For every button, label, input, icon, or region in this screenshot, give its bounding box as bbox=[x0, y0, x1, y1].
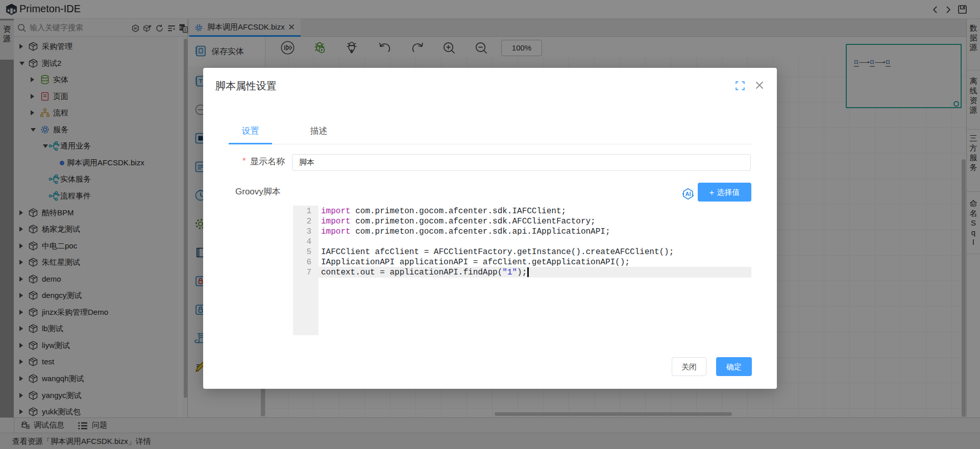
svg-text:AI: AI bbox=[685, 191, 691, 197]
